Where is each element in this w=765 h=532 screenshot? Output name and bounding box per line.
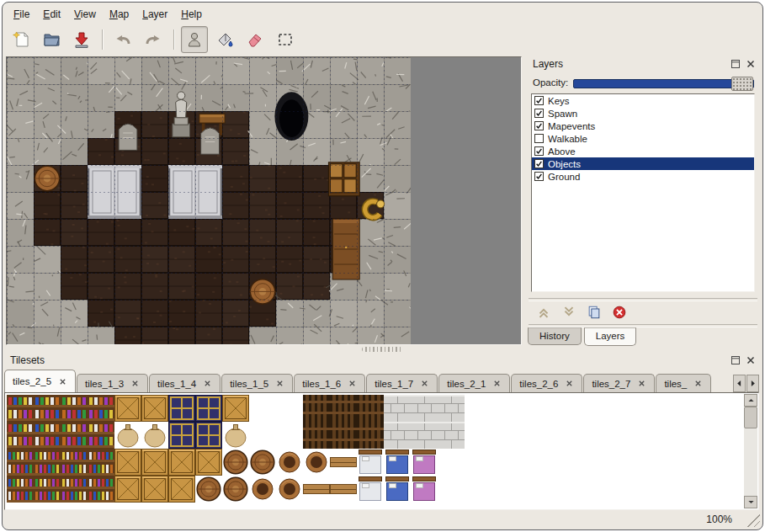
opacity-row: Opacity: bbox=[526, 76, 760, 89]
layer-row-ground[interactable]: Ground bbox=[532, 170, 754, 183]
tileset-tab-tiles_[interactable]: tiles_ bbox=[656, 374, 711, 392]
layer-list: KeysSpawnMapeventsWalkableAboveObjectsGr… bbox=[531, 93, 755, 292]
selection-tool-button[interactable] bbox=[272, 26, 299, 53]
tilesets-panel-header: Tilesets bbox=[3, 353, 760, 368]
fill-tool-button[interactable] bbox=[211, 26, 238, 53]
tilesets-restore-button[interactable] bbox=[730, 354, 741, 366]
layer-visibility-checkbox[interactable] bbox=[534, 146, 544, 156]
tileset-tab-label: tiles_1_3 bbox=[85, 379, 124, 389]
menu-item-view[interactable]: View bbox=[67, 7, 103, 22]
opacity-slider-track[interactable] bbox=[573, 79, 754, 88]
new-file-icon bbox=[12, 30, 30, 49]
splitter-handle[interactable] bbox=[362, 347, 402, 352]
tab-close-icon bbox=[204, 380, 211, 387]
tileset-tab-label: tiles_ bbox=[664, 379, 687, 389]
scrollbar-thumb[interactable] bbox=[744, 407, 757, 428]
layer-row-objects[interactable]: Objects bbox=[532, 157, 754, 170]
tileset-view[interactable] bbox=[4, 392, 759, 510]
layer-row-mapevents[interactable]: Mapevents bbox=[532, 120, 754, 132]
layers-close-button[interactable] bbox=[745, 58, 757, 70]
layer-move-down-button[interactable] bbox=[560, 303, 578, 322]
tileset-tab-label: tiles_1_7 bbox=[375, 379, 413, 389]
open-button[interactable] bbox=[38, 26, 65, 53]
menu-item-help[interactable]: Help bbox=[174, 7, 209, 22]
layer-name: Keys bbox=[548, 96, 570, 106]
tab-close-icon bbox=[131, 380, 139, 387]
tab-close-button[interactable] bbox=[58, 377, 67, 386]
layer-visibility-checkbox[interactable] bbox=[534, 121, 544, 130]
tab-close-button[interactable] bbox=[348, 379, 357, 388]
menu-item-file[interactable]: File bbox=[7, 7, 36, 22]
layer-visibility-checkbox[interactable] bbox=[534, 109, 544, 118]
undo-button[interactable] bbox=[109, 26, 136, 53]
tileset-tab-tiles_1_3[interactable]: tiles_1_3 bbox=[77, 374, 148, 392]
tab-close-button[interactable] bbox=[420, 379, 429, 388]
tab-close-button[interactable] bbox=[565, 379, 574, 388]
dock-tab-history[interactable]: History bbox=[528, 327, 582, 345]
stamp-icon bbox=[185, 30, 204, 49]
layers-restore-button[interactable] bbox=[730, 58, 741, 70]
map-viewport[interactable] bbox=[6, 56, 522, 345]
resize-grip[interactable] bbox=[746, 513, 760, 527]
tab-close-button[interactable] bbox=[275, 379, 284, 388]
divider bbox=[529, 298, 757, 301]
tilesets-close-button[interactable] bbox=[745, 354, 757, 366]
tab-scroll-arrow-right-button[interactable] bbox=[746, 375, 759, 392]
layer-visibility-checkbox[interactable] bbox=[534, 134, 544, 143]
scrollbar-track[interactable] bbox=[744, 407, 757, 496]
tab-close-icon bbox=[493, 380, 501, 387]
status-bar: 100% bbox=[3, 512, 762, 528]
tab-close-button[interactable] bbox=[203, 379, 212, 388]
layer-row-above[interactable]: Above bbox=[532, 145, 754, 157]
toolbar-separator bbox=[102, 29, 104, 50]
tileset-tab-tiles_2_5[interactable]: tiles_2_5 bbox=[4, 370, 76, 392]
tileset-tab-scroll bbox=[732, 375, 759, 392]
tileset-tab-tiles_1_6[interactable]: tiles_1_6 bbox=[294, 374, 365, 392]
menu-item-edit[interactable]: Edit bbox=[36, 7, 67, 22]
redo-button[interactable] bbox=[140, 26, 167, 53]
menu-item-layer[interactable]: Layer bbox=[135, 7, 174, 22]
map-canvas[interactable] bbox=[7, 57, 411, 344]
tileset-tab-tiles_2_1[interactable]: tiles_2_1 bbox=[438, 374, 510, 392]
menu-item-map[interactable]: Map bbox=[103, 7, 135, 22]
tileset-tab-tiles_1_5[interactable]: tiles_1_5 bbox=[221, 374, 293, 392]
layer-duplicate-button[interactable] bbox=[585, 303, 603, 322]
layer-delete-button[interactable] bbox=[610, 303, 629, 322]
opacity-slider[interactable] bbox=[573, 77, 754, 89]
tileset-tab-tiles_1_7[interactable]: tiles_1_7 bbox=[366, 374, 438, 392]
tab-scroll-arrow-left-button[interactable] bbox=[733, 375, 746, 392]
tab-close-button[interactable] bbox=[637, 379, 646, 388]
tab-close-icon bbox=[421, 380, 428, 387]
tileset-tab-label: tiles_1_6 bbox=[302, 379, 341, 389]
dock-tab-layers[interactable]: Layers bbox=[584, 327, 637, 346]
tileset-tab-row: tiles_2_5tiles_1_3tiles_1_4tiles_1_5tile… bbox=[3, 370, 760, 392]
menu-bar: FileEditViewMapLayerHelp bbox=[7, 6, 209, 23]
layer-name: Walkable bbox=[548, 134, 587, 144]
layer-visibility-checkbox[interactable] bbox=[534, 159, 544, 168]
tab-close-icon bbox=[348, 380, 356, 387]
save-button[interactable] bbox=[68, 26, 95, 53]
layer-row-spawn[interactable]: Spawn bbox=[532, 107, 754, 120]
tab-close-button[interactable] bbox=[130, 379, 140, 388]
scroll-down-button[interactable] bbox=[744, 496, 757, 508]
tab-close-button[interactable] bbox=[693, 379, 703, 388]
opacity-slider-handle[interactable] bbox=[731, 77, 753, 91]
check-icon bbox=[535, 160, 543, 168]
new-map-button[interactable] bbox=[8, 26, 35, 53]
eraser-tool-button[interactable] bbox=[242, 26, 268, 53]
layer-visibility-checkbox[interactable] bbox=[534, 96, 544, 105]
tileset-tab-strip: tiles_2_5tiles_1_3tiles_1_4tiles_1_5tile… bbox=[4, 370, 730, 392]
layer-row-keys[interactable]: Keys bbox=[532, 94, 754, 107]
stamp-tool-button[interactable] bbox=[181, 26, 208, 53]
horizontal-splitter[interactable] bbox=[3, 345, 761, 353]
tileset-tab-tiles_2_6[interactable]: tiles_2_6 bbox=[511, 374, 582, 392]
tileset-tab-tiles_2_7[interactable]: tiles_2_7 bbox=[583, 374, 655, 392]
tab-close-button[interactable] bbox=[492, 379, 502, 388]
layer-visibility-checkbox[interactable] bbox=[534, 172, 544, 181]
scroll-up-button[interactable] bbox=[744, 394, 757, 407]
tileset-vertical-scrollbar[interactable] bbox=[744, 394, 757, 508]
layer-move-up-button[interactable] bbox=[534, 303, 553, 322]
tileset-tab-tiles_1_4[interactable]: tiles_1_4 bbox=[149, 374, 220, 392]
tileset-canvas[interactable] bbox=[7, 395, 465, 503]
layer-row-walkable[interactable]: Walkable bbox=[532, 132, 754, 145]
